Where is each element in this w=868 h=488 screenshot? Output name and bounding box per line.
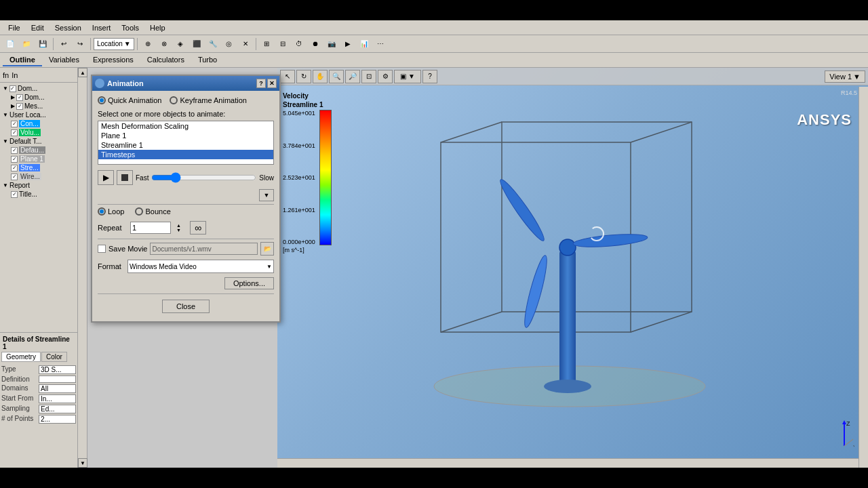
toolbar-record[interactable]: ⏺ xyxy=(308,37,323,51)
vp-rotate-btn[interactable]: ↻ xyxy=(296,70,311,83)
toolbar-undo[interactable]: ↩ xyxy=(56,37,71,51)
tree-item-domain1[interactable]: ▼ ✓ Dom... xyxy=(1,84,76,93)
tree-item-cont[interactable]: ✓ Con... xyxy=(1,119,76,128)
repeat-down[interactable]: ▼ xyxy=(176,228,184,232)
tree-checkbox[interactable]: ✓ xyxy=(11,174,18,180)
stop-button[interactable] xyxy=(117,170,133,185)
toolbar-btn7[interactable]: ✕ xyxy=(238,37,253,51)
menu-insert[interactable]: Insert xyxy=(87,22,117,33)
list-item-streamline[interactable]: Streamline 1 xyxy=(98,140,273,150)
speed-slider[interactable] xyxy=(151,173,256,182)
tree-checkbox[interactable]: ✓ xyxy=(11,121,18,127)
tree-item-report[interactable]: ▼ Report xyxy=(1,181,76,190)
tree-checkbox[interactable]: ✓ xyxy=(9,85,16,92)
toolbar-btn1[interactable]: ⊕ xyxy=(140,37,155,51)
expand-icon[interactable]: ▼ xyxy=(3,138,8,144)
viewport-scrollbar-right[interactable] xyxy=(859,87,868,468)
toolbar-btn4[interactable]: ⬛ xyxy=(189,37,204,51)
toolbar-play[interactable]: ▶ xyxy=(340,37,355,51)
dialog-help-btn[interactable]: ? xyxy=(256,79,266,88)
tree-item-title[interactable]: ✓ Title... xyxy=(1,190,76,199)
expand-dropdown-btn[interactable]: ▼ xyxy=(259,189,274,201)
vp-pan-btn[interactable]: ✋ xyxy=(313,70,328,83)
tab-calculators[interactable]: Calculators xyxy=(140,54,191,66)
expand-icon[interactable]: ▼ xyxy=(3,182,8,188)
vp-zoom-out-btn[interactable]: 🔎 xyxy=(345,70,360,83)
tree-checkbox[interactable]: ✓ xyxy=(11,129,18,136)
vp-settings-btn[interactable]: ⚙ xyxy=(378,70,393,83)
tree-checkbox[interactable]: ✓ xyxy=(11,147,18,154)
tree-item-plane1[interactable]: ✓ Plane 1 xyxy=(1,155,76,163)
tree-item-mesh[interactable]: ▶ ✓ Mes... xyxy=(1,102,76,110)
expand-icon[interactable]: ▼ xyxy=(3,112,8,118)
menu-file[interactable]: File xyxy=(3,22,26,33)
menu-edit[interactable]: Edit xyxy=(26,22,50,33)
viewport-scrollbar-bottom[interactable] xyxy=(277,458,859,468)
tree-checkbox[interactable]: ✓ xyxy=(16,94,23,101)
toolbar-btn9[interactable]: ⊟ xyxy=(275,37,290,51)
vp-fit-btn[interactable]: ⊡ xyxy=(361,70,376,83)
save-movie-input[interactable] xyxy=(150,243,258,255)
tab-turbo[interactable]: Turbo xyxy=(191,54,224,66)
tree-item-vol[interactable]: ✓ Volu... xyxy=(1,128,76,137)
tree-item-domain2[interactable]: ▶ ✓ Dom... xyxy=(1,93,76,102)
location-combo[interactable]: Location ▼ xyxy=(94,38,134,50)
dialog-close-btn[interactable]: ✕ xyxy=(267,79,277,88)
format-select[interactable]: Windows Media Video ▼ xyxy=(127,260,274,273)
repeat-input[interactable] xyxy=(130,222,171,234)
list-item-mesh[interactable]: Mesh Deformation Scaling xyxy=(98,121,273,131)
menu-session[interactable]: Session xyxy=(50,22,87,33)
vp-shading-btn[interactable]: ▣ ▼ xyxy=(394,70,421,83)
tree-checkbox[interactable]: ✓ xyxy=(11,165,18,171)
radio-bounce[interactable]: Bounce xyxy=(135,207,170,216)
toolbar-more[interactable]: ⋯ xyxy=(373,37,388,51)
close-button[interactable]: Close xyxy=(162,300,210,313)
toolbar-btn6[interactable]: ◎ xyxy=(222,37,237,51)
vp-cursor-btn[interactable]: ↖ xyxy=(280,70,295,83)
toolbar-btn5[interactable]: 🔧 xyxy=(205,37,220,51)
expand-icon[interactable]: ▼ xyxy=(3,85,8,92)
radio-keyframe[interactable]: Keyframe Animation xyxy=(170,96,246,104)
toolbar-save[interactable]: 💾 xyxy=(35,37,50,51)
menu-tools[interactable]: Tools xyxy=(116,22,144,33)
expand-icon[interactable]: ▶ xyxy=(11,103,15,109)
scroll-up[interactable]: ▲ xyxy=(78,68,87,77)
tree-checkbox[interactable]: ✓ xyxy=(11,191,18,198)
repeat-up[interactable]: ▲ xyxy=(176,223,184,228)
vp-zoom-in-btn[interactable]: 🔍 xyxy=(329,70,344,83)
tab-outline[interactable]: Outline xyxy=(3,54,42,66)
toolbar-graph[interactable]: 📊 xyxy=(357,37,372,51)
toolbar-btn2[interactable]: ⊗ xyxy=(157,37,172,51)
detail-tab-geometry[interactable]: Geometry xyxy=(1,352,41,362)
list-item-plane1[interactable]: Plane 1 xyxy=(98,131,273,140)
tab-expressions[interactable]: Expressions xyxy=(86,54,140,66)
tree-checkbox[interactable]: ✓ xyxy=(16,103,23,110)
tree-checkbox[interactable]: ✓ xyxy=(11,156,18,163)
save-movie-checkbox[interactable] xyxy=(98,245,106,253)
toolbar-camera[interactable]: 📷 xyxy=(324,37,339,51)
detail-tab-color[interactable]: Color xyxy=(41,352,67,362)
list-item-timesteps[interactable]: Timesteps xyxy=(98,150,273,159)
scroll-down[interactable]: ▼ xyxy=(78,458,87,468)
browse-button[interactable]: 📂 xyxy=(260,242,274,256)
tree-item-userlocations[interactable]: ▼ User Loca... xyxy=(1,110,76,119)
toolbar-open[interactable]: 📁 xyxy=(19,37,34,51)
tree-item-wire[interactable]: ✓ Wire... xyxy=(1,172,76,181)
tree-item-default[interactable]: ✓ Defau... xyxy=(1,146,76,155)
toolbar-btn8[interactable]: ⊞ xyxy=(259,37,274,51)
scroll-track[interactable] xyxy=(78,77,87,458)
tree-item-streamline[interactable]: ✓ Stre... xyxy=(1,163,76,172)
toolbar-new[interactable]: 📄 xyxy=(3,37,18,51)
radio-loop[interactable]: Loop xyxy=(98,207,124,216)
view-selector[interactable]: View 1 ▼ xyxy=(825,70,865,83)
radio-quick[interactable]: Quick Animation xyxy=(98,96,161,104)
toolbar-redo[interactable]: ↪ xyxy=(73,37,87,51)
menu-help[interactable]: Help xyxy=(144,22,171,33)
animation-listbox[interactable]: Mesh Deformation Scaling Plane 1 Streaml… xyxy=(98,121,274,165)
play-button[interactable]: ▶ xyxy=(98,170,114,185)
options-button[interactable]: Options... xyxy=(224,277,274,289)
infinity-button[interactable]: ∞ xyxy=(190,221,206,235)
vp-extra-btn[interactable]: ? xyxy=(422,70,437,83)
toolbar-btn3[interactable]: ◈ xyxy=(173,37,188,51)
tab-variables[interactable]: Variables xyxy=(42,54,86,66)
